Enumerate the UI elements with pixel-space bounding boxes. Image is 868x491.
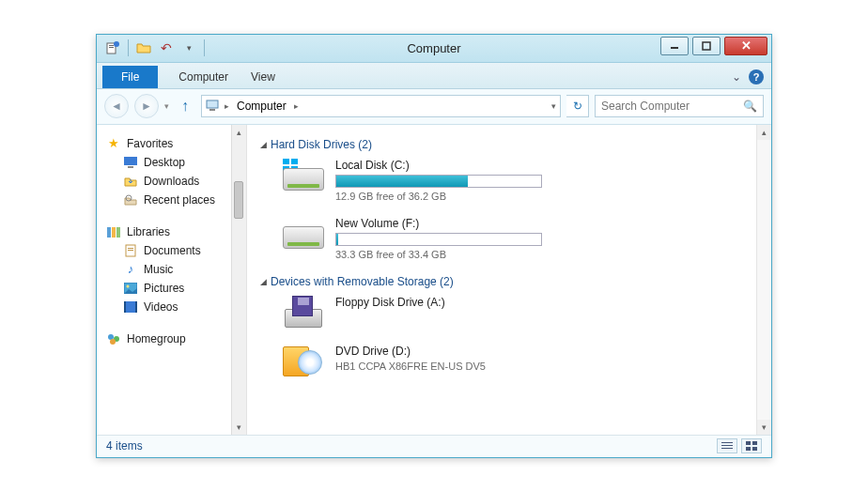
maximize-button[interactable] (692, 37, 721, 55)
drive-sublabel: HB1 CCPA X86FRE EN-US DV5 (335, 361, 486, 372)
homegroup-icon (106, 331, 121, 346)
sidebar-item-label: Downloads (144, 175, 199, 188)
dvd-icon (283, 345, 324, 378)
downloads-icon (123, 174, 138, 189)
sidebar-scrollbar[interactable]: ▴ ▾ (231, 125, 246, 435)
recent-locations-icon[interactable]: ▾ (164, 101, 169, 111)
ribbon-expand-icon[interactable]: ⌄ (732, 70, 741, 84)
drive-label: Floppy Disk Drive (A:) (335, 296, 445, 309)
sidebar-item-music[interactable]: ♪ Music (106, 260, 242, 279)
drive-label: Local Disk (C:) (335, 159, 542, 172)
drive-floppy-a[interactable]: Floppy Disk Drive (A:) (283, 296, 766, 330)
breadcrumb[interactable]: Computer (233, 98, 290, 115)
collapse-icon[interactable]: ◢ (260, 277, 267, 286)
group-header-removable[interactable]: ◢ Devices with Removable Storage (2) (260, 275, 766, 288)
up-button[interactable]: ↑ (175, 95, 195, 117)
svg-rect-25 (721, 442, 733, 443)
svg-rect-5 (703, 42, 710, 50)
svg-rect-1 (109, 45, 114, 46)
drive-dvd-d[interactable]: DVD Drive (D:) HB1 CCPA X86FRE EN-US DV5 (283, 345, 766, 378)
usage-bar (335, 233, 542, 246)
window-title: Computer (407, 41, 460, 55)
address-bar[interactable]: ▸ Computer ▸ ▾ (201, 95, 561, 117)
sidebar-item-desktop[interactable]: Desktop (106, 153, 242, 172)
drive-local-disk-c[interactable]: Local Disk (C:) 12.9 GB free of 36.2 GB (283, 159, 766, 202)
computer-icon (206, 99, 221, 114)
tab-computer[interactable]: Computer (167, 66, 240, 88)
homegroup-label: Homegroup (127, 332, 186, 345)
svg-rect-9 (128, 166, 133, 168)
svg-rect-13 (116, 227, 120, 238)
close-button[interactable]: ✕ (724, 37, 767, 55)
scroll-down-icon[interactable]: ▾ (232, 420, 246, 435)
qat-dropdown-icon[interactable]: ▾ (178, 38, 199, 58)
recent-icon (123, 192, 138, 207)
libraries-header[interactable]: Libraries (106, 222, 242, 241)
sidebar-item-documents[interactable]: Documents (106, 241, 242, 260)
svg-rect-28 (746, 441, 751, 445)
window-controls: ✕ (660, 37, 767, 55)
chevron-right-icon[interactable]: ▸ (225, 101, 229, 111)
sidebar-item-label: Videos (144, 300, 178, 314)
content-scrollbar[interactable]: ▴ ▾ (756, 125, 771, 435)
svg-rect-8 (124, 157, 137, 165)
minimize-button[interactable] (660, 37, 689, 55)
ribbon-tabs: File Computer View ⌄ ? (97, 63, 771, 89)
undo-icon[interactable]: ↶ (156, 38, 177, 58)
tab-view[interactable]: View (240, 66, 287, 88)
svg-point-18 (127, 284, 130, 287)
svg-rect-27 (721, 448, 733, 449)
drive-label: DVD Drive (D:) (335, 345, 486, 358)
content-pane: ◢ Hard Disk Drives (2) Local Disk (C:) 1… (247, 125, 771, 435)
documents-icon (123, 243, 138, 258)
sidebar-item-downloads[interactable]: Downloads (106, 172, 242, 191)
svg-rect-7 (209, 109, 215, 111)
svg-rect-4 (671, 47, 678, 49)
refresh-button[interactable]: ↻ (566, 95, 589, 117)
svg-rect-6 (207, 100, 218, 108)
scrollbar-thumb[interactable] (234, 181, 243, 219)
usage-text: 33.3 GB free of 33.4 GB (335, 249, 542, 260)
favorites-label: Favorites (127, 137, 173, 150)
status-text: 4 items (106, 439, 143, 453)
svg-rect-2 (109, 47, 114, 48)
collapse-icon[interactable]: ◢ (260, 140, 267, 149)
sidebar-item-label: Music (144, 263, 173, 276)
libraries-icon (106, 224, 121, 239)
group-header-hdd[interactable]: ◢ Hard Disk Drives (2) (260, 138, 766, 151)
scroll-up-icon[interactable]: ▴ (232, 125, 246, 140)
homegroup-header[interactable]: Homegroup (106, 330, 242, 348)
svg-rect-29 (752, 441, 757, 445)
sidebar-item-recent-places[interactable]: Recent places (106, 191, 242, 209)
scroll-up-icon[interactable]: ▴ (757, 125, 771, 140)
details-view-button[interactable] (717, 438, 737, 453)
new-folder-icon[interactable] (133, 38, 154, 58)
svg-rect-20 (124, 301, 126, 313)
usage-bar (335, 175, 542, 188)
forward-button[interactable]: ► (134, 94, 159, 118)
address-dropdown-icon[interactable]: ▾ (551, 101, 556, 111)
properties-icon[interactable] (102, 38, 123, 58)
scroll-down-icon[interactable]: ▾ (757, 420, 771, 435)
chevron-right-icon[interactable]: ▸ (294, 101, 299, 111)
file-tab[interactable]: File (102, 66, 158, 88)
drive-new-volume-f[interactable]: New Volume (F:) 33.3 GB free of 33.4 GB (283, 217, 766, 260)
svg-rect-21 (135, 301, 137, 313)
svg-rect-30 (746, 447, 751, 451)
sidebar-item-videos[interactable]: Videos (106, 298, 242, 316)
desktop-icon (123, 155, 138, 170)
search-input[interactable] (601, 100, 757, 113)
svg-point-24 (110, 339, 116, 345)
search-box[interactable]: 🔍 (595, 95, 764, 117)
explorer-window: ↶ ▾ Computer ✕ File Computer View ⌄ ? ◄ … (96, 34, 772, 458)
usage-text: 12.9 GB free of 36.2 GB (335, 191, 542, 202)
help-icon[interactable]: ? (749, 69, 764, 84)
sidebar-item-label: Desktop (144, 156, 185, 169)
title-bar: ↶ ▾ Computer ✕ (97, 35, 771, 63)
tiles-view-button[interactable] (741, 438, 762, 453)
pictures-icon (123, 281, 138, 296)
music-icon: ♪ (123, 262, 138, 277)
favorites-header[interactable]: ★ Favorites (106, 134, 242, 153)
back-button[interactable]: ◄ (104, 94, 129, 118)
sidebar-item-pictures[interactable]: Pictures (106, 279, 242, 298)
